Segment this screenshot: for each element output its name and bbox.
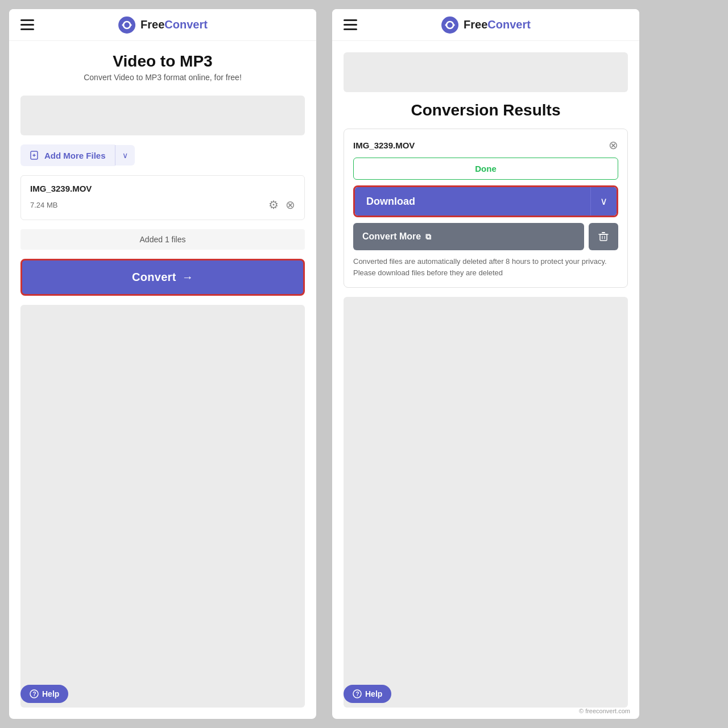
right-header: FreeConvert <box>332 9 639 41</box>
right-logo: FreeConvert <box>441 16 531 34</box>
add-files-bar: Add More Files ∨ <box>20 144 305 166</box>
settings-icon[interactable]: ⚙ <box>268 198 279 212</box>
result-file-header: IMG_3239.MOV ⊗ <box>353 138 618 152</box>
right-hamburger-menu[interactable] <box>344 19 357 30</box>
right-content: Conversion Results IMG_3239.MOV ⊗ Done D… <box>332 41 639 719</box>
convert-more-row: Convert More ⧉ <box>353 223 618 250</box>
convert-more-button[interactable]: Convert More ⧉ <box>353 223 584 250</box>
file-actions: ⚙ ⊗ <box>268 198 295 212</box>
page-title: Video to MP3 <box>20 52 305 71</box>
add-file-icon <box>30 150 40 160</box>
ad-placeholder-top <box>20 96 305 135</box>
help-button[interactable]: ? Help <box>20 685 68 703</box>
logo: FreeConvert <box>118 16 208 34</box>
logo-icon <box>118 16 136 34</box>
left-panel: FreeConvert Video to MP3 Convert Video t… <box>9 9 316 719</box>
help-icon: ? <box>30 689 39 698</box>
result-card: IMG_3239.MOV ⊗ Done Download ∨ Convert M… <box>344 129 628 288</box>
svg-rect-11 <box>600 234 607 241</box>
right-panel: FreeConvert Conversion Results IMG_3239.… <box>332 9 639 719</box>
add-files-dropdown[interactable]: ∨ <box>115 145 135 166</box>
panel-divider <box>323 0 325 728</box>
add-files-button[interactable]: Add More Files <box>20 144 115 166</box>
left-header: FreeConvert <box>9 9 316 41</box>
download-dropdown[interactable]: ∨ <box>590 187 617 216</box>
convert-button[interactable]: Convert → <box>20 259 305 296</box>
file-name: IMG_3239.MOV <box>30 184 295 193</box>
right-help-icon: ? <box>353 689 362 698</box>
right-ad-placeholder-bottom <box>344 297 628 708</box>
result-close-icon[interactable]: ⊗ <box>609 138 618 152</box>
left-content: Video to MP3 Convert Video to MP3 format… <box>9 41 316 719</box>
ad-placeholder-bottom <box>20 305 305 708</box>
right-help-button[interactable]: ? Help <box>344 685 391 703</box>
trash-icon <box>598 231 609 242</box>
svg-point-8 <box>441 16 458 34</box>
svg-text:?: ? <box>356 691 359 697</box>
delete-button[interactable] <box>589 223 618 250</box>
file-size: 7.24 MB <box>30 201 57 209</box>
page-subtitle: Convert Video to MP3 format online, for … <box>20 73 305 82</box>
file-item: IMG_3239.MOV 7.24 MB ⚙ ⊗ <box>20 175 305 220</box>
external-link-icon: ⧉ <box>425 232 431 242</box>
results-title: Conversion Results <box>344 101 628 119</box>
right-logo-icon <box>441 16 459 34</box>
hamburger-menu[interactable] <box>20 19 34 30</box>
privacy-note: Converted files are automatically delete… <box>353 256 618 278</box>
right-ad-placeholder-top <box>344 52 628 92</box>
file-meta: 7.24 MB ⚙ ⊗ <box>30 198 295 212</box>
right-logo-text: FreeConvert <box>464 18 531 31</box>
logo-text: FreeConvert <box>140 18 208 31</box>
svg-text:?: ? <box>33 691 36 697</box>
download-button[interactable]: Download <box>355 187 590 216</box>
download-bar: Download ∨ <box>353 185 618 217</box>
svg-point-0 <box>118 16 135 34</box>
added-count: Added 1 files <box>20 229 305 250</box>
watermark: © freeconvert.com <box>579 708 630 714</box>
result-file-name: IMG_3239.MOV <box>353 140 415 150</box>
done-bar: Done <box>353 158 618 180</box>
remove-file-icon[interactable]: ⊗ <box>286 198 295 212</box>
